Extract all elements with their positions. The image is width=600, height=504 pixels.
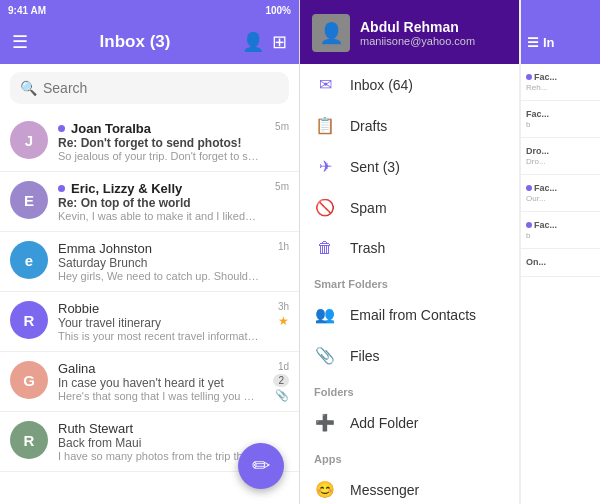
messenger-icon: 😊 — [314, 480, 336, 499]
drawer-item-drafts[interactable]: 📋Drafts — [300, 105, 519, 146]
partial-unread-dot — [526, 185, 532, 191]
email-item[interactable]: EEric, Lizzy & KellyRe: On top of the wo… — [0, 172, 299, 232]
drawer-item-email-contacts[interactable]: 👥Email from Contacts — [300, 294, 519, 335]
navigation-drawer: 👤 Abdul Rehman maniisone@yahoo.com ✉Inbo… — [300, 0, 520, 504]
partial-item-preview: b — [526, 120, 595, 129]
left-status-bar: 9:41 AM 100% — [0, 0, 299, 20]
partial-items: Fac...Reh...Fac...bDro...Dro...Fac...Our… — [521, 64, 600, 277]
email-meta: 1h — [259, 241, 289, 252]
email-subject: Re: On top of the world — [58, 196, 259, 210]
search-icon: 🔍 — [20, 80, 37, 96]
apps-header: Apps — [300, 443, 519, 469]
partial-item-name: Fac... — [526, 109, 595, 119]
email-content: Ruth StewartBack from MauiI have so many… — [58, 421, 259, 462]
email-item[interactable]: RRobbieYour travel itineraryThis is your… — [0, 292, 299, 352]
partial-list-item[interactable]: On... — [521, 249, 600, 277]
avatar: R — [10, 301, 48, 339]
drawer-user-name: Abdul Rehman — [360, 19, 475, 35]
left-time: 9:41 AM — [8, 5, 46, 16]
search-bar[interactable]: 🔍 — [10, 72, 289, 104]
drawer-item-trash[interactable]: 🗑Trash — [300, 228, 519, 268]
paperclip-icon: 📎 — [275, 389, 289, 402]
left-header: ☰ Inbox (3) 👤 ⊞ — [0, 20, 299, 64]
pencil-icon: ✏ — [252, 453, 270, 479]
files-label: Files — [350, 348, 505, 364]
inbox-label: Inbox (64) — [350, 77, 505, 93]
email-time: 5m — [275, 181, 289, 192]
drawer-item-add-folder[interactable]: ➕Add Folder — [300, 402, 519, 443]
partial-header: ☰ In — [521, 20, 600, 64]
partial-item-name: Fac... — [526, 72, 595, 82]
trash-icon: 🗑 — [314, 239, 336, 257]
drawer-item-files[interactable]: 📎Files — [300, 335, 519, 376]
avatar: E — [10, 181, 48, 219]
drafts-label: Drafts — [350, 118, 505, 134]
compose-icon[interactable]: ⊞ — [272, 31, 287, 53]
partial-item-preview: Our... — [526, 194, 595, 203]
partial-list-item[interactable]: Fac...b — [521, 101, 600, 138]
email-preview: Hey girls, We need to catch up. Should I… — [58, 270, 259, 282]
account-icon[interactable]: 👤 — [242, 31, 264, 53]
smart-folders-header: Smart Folders — [300, 268, 519, 294]
email-badge: 2 — [273, 374, 289, 387]
partial-hamburger-icon: ☰ — [527, 35, 539, 50]
drawer-header: 👤 Abdul Rehman maniisone@yahoo.com — [300, 0, 519, 64]
email-sender: Joan Toralba — [58, 121, 259, 136]
email-content: Joan ToralbaRe: Don't forget to send pho… — [58, 121, 259, 162]
email-list: JJoan ToralbaRe: Don't forget to send ph… — [0, 112, 299, 504]
partial-item-preview: Dro... — [526, 157, 595, 166]
email-content: Eric, Lizzy & KellyRe: On top of the wor… — [58, 181, 259, 222]
add-folder-icon: ➕ — [314, 413, 336, 432]
partial-item-preview: Reh... — [526, 83, 595, 92]
partial-inbox-label: In — [543, 35, 555, 50]
search-input[interactable] — [43, 80, 279, 96]
email-content: RobbieYour travel itineraryThis is your … — [58, 301, 259, 342]
email-item[interactable]: JJoan ToralbaRe: Don't forget to send ph… — [0, 112, 299, 172]
folders-header: Folders — [300, 376, 519, 402]
drawer-item-messenger[interactable]: 😊Messenger — [300, 469, 519, 504]
partial-status-bar — [521, 0, 600, 20]
email-item[interactable]: GGalinaIn case you haven't heard it yetH… — [0, 352, 299, 412]
email-contacts-icon: 👥 — [314, 305, 336, 324]
partial-item-name: Fac... — [526, 183, 595, 193]
partial-list-item[interactable]: Fac...Our... — [521, 175, 600, 212]
partial-list-item[interactable]: Fac...Reh... — [521, 64, 600, 101]
email-time: 1h — [278, 241, 289, 252]
inbox-title: Inbox (3) — [28, 32, 242, 52]
email-list-items: JJoan ToralbaRe: Don't forget to send ph… — [0, 112, 299, 472]
email-preview: This is your most recent travel informat… — [58, 330, 259, 342]
email-subject: Saturday Brunch — [58, 256, 259, 270]
compose-fab-button[interactable]: ✏ — [238, 443, 284, 489]
messenger-label: Messenger — [350, 482, 505, 498]
drawer-item-spam[interactable]: 🚫Spam — [300, 187, 519, 228]
email-sender: Galina — [58, 361, 259, 376]
spam-icon: 🚫 — [314, 198, 336, 217]
star-icon: ★ — [278, 314, 289, 328]
hamburger-icon[interactable]: ☰ — [12, 31, 28, 53]
drawer-item-inbox[interactable]: ✉Inbox (64) — [300, 64, 519, 105]
spam-label: Spam — [350, 200, 505, 216]
drawer-user-info: Abdul Rehman maniisone@yahoo.com — [360, 19, 475, 47]
add-folder-label: Add Folder — [350, 415, 505, 431]
email-meta: 1d2📎 — [259, 361, 289, 402]
partial-unread-dot — [526, 74, 532, 80]
email-meta: 5m — [259, 121, 289, 132]
email-time: 5m — [275, 121, 289, 132]
drawer-item-sent[interactable]: ✈Sent (3) — [300, 146, 519, 187]
partial-inbox-list: ☰ In Fac...Reh...Fac...bDro...Dro...Fac.… — [520, 0, 600, 504]
email-item[interactable]: eEmma JohnstonSaturday BrunchHey girls, … — [0, 232, 299, 292]
email-preview: Kevin, I was able to make it and I liked… — [58, 210, 259, 222]
partial-list-item[interactable]: Dro...Dro... — [521, 138, 600, 175]
sent-label: Sent (3) — [350, 159, 505, 175]
email-subject: Back from Maui — [58, 436, 259, 450]
partial-list-item[interactable]: Fac...b — [521, 212, 600, 249]
email-sender: Ruth Stewart — [58, 421, 259, 436]
email-sender: Emma Johnston — [58, 241, 259, 256]
email-preview: So jealous of your trip. Don't forget to… — [58, 150, 259, 162]
email-preview: I have so many photos from the trip that… — [58, 450, 259, 462]
email-subject: In case you haven't heard it yet — [58, 376, 259, 390]
inbox-icon: ✉ — [314, 75, 336, 94]
email-time: 1d — [278, 361, 289, 372]
drawer-user-avatar: 👤 — [312, 14, 350, 52]
avatar: R — [10, 421, 48, 459]
